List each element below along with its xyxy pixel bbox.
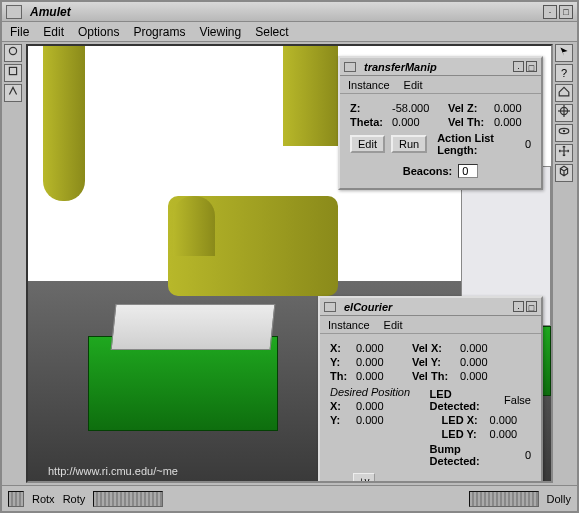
- velx-label: Vel X:: [412, 342, 454, 354]
- dolly-label: Dolly: [547, 493, 571, 505]
- th-value: 0.000: [356, 370, 406, 382]
- svg-point-6: [563, 130, 565, 132]
- transfermanip-titlebar[interactable]: transferManip ·□: [340, 58, 541, 76]
- transfermanip-body: Z: -58.000 Vel Z: 0.000 Theta: 0.000 Vel…: [340, 94, 541, 188]
- maximize-button[interactable]: □: [559, 5, 573, 19]
- robot-joint: [173, 196, 215, 256]
- statusbar: Rotx Roty Dolly: [2, 485, 577, 511]
- dx-label: X:: [330, 400, 350, 412]
- elcourier-window[interactable]: elCourier ·□ Instance Edit X: 0.000 Vel …: [318, 296, 543, 483]
- velth-label: Vel Th:: [448, 116, 488, 128]
- x-label: X:: [330, 342, 350, 354]
- ledy-value: 0.000: [490, 428, 518, 440]
- menu-edit[interactable]: Edit: [384, 319, 403, 331]
- transfermanip-menubar: Instance Edit: [340, 76, 541, 94]
- vely-value: 0.000: [460, 356, 488, 368]
- maximize-button[interactable]: □: [526, 301, 537, 312]
- transfermanip-window[interactable]: transferManip ·□ Instance Edit Z: -58.00…: [338, 56, 543, 190]
- run-button[interactable]: Run: [391, 135, 427, 153]
- menu-edit[interactable]: Edit: [43, 25, 64, 39]
- menu-instance[interactable]: Instance: [328, 319, 370, 331]
- joypad: +y -x 10 +x -y: [330, 473, 398, 483]
- elcourier-menubar: Instance Edit: [320, 316, 541, 334]
- menubar: File Edit Options Programs Viewing Selec…: [2, 22, 577, 42]
- bump-value: 0: [525, 449, 531, 461]
- led-value: False: [504, 394, 531, 406]
- robot-arm-left: [43, 46, 85, 201]
- desired-label: Desired Position: [330, 386, 424, 398]
- system-menu-icon[interactable]: [344, 62, 356, 72]
- led-group: LED Detected: False LED X:0.000 LED Y:0.…: [430, 386, 531, 469]
- velx-value: 0.000: [460, 342, 488, 354]
- rotx-label: Rotx: [32, 493, 55, 505]
- th-label: Th:: [330, 370, 350, 382]
- joy-up-button[interactable]: +y: [353, 473, 375, 483]
- theta-value: 0.000: [392, 116, 442, 128]
- x-value: 0.000: [356, 342, 406, 354]
- minimize-button[interactable]: ·: [513, 301, 524, 312]
- eye-tool-icon[interactable]: [555, 124, 573, 142]
- y-label: Y:: [330, 356, 350, 368]
- help-tool-icon[interactable]: ?: [555, 64, 573, 82]
- minimize-button[interactable]: ·: [513, 61, 524, 72]
- edit-button[interactable]: Edit: [350, 135, 385, 153]
- system-menu-icon[interactable]: [6, 5, 22, 19]
- desired-position-group: Desired Position X:0.000 Y:0.000: [330, 386, 424, 428]
- bump-label: Bump Detected:: [430, 443, 510, 467]
- transfermanip-title: transferManip: [360, 61, 513, 73]
- view-tool-icon[interactable]: [4, 64, 22, 82]
- velth-label: Vel Th:: [412, 370, 454, 382]
- menu-programs[interactable]: Programs: [133, 25, 185, 39]
- dolly-wheel[interactable]: [469, 491, 539, 507]
- hand-tool-icon[interactable]: [4, 84, 22, 102]
- z-label: Z:: [350, 102, 386, 114]
- arrow-tool-icon[interactable]: [555, 44, 573, 62]
- menu-select[interactable]: Select: [255, 25, 288, 39]
- menu-edit[interactable]: Edit: [404, 79, 423, 91]
- ledx-value: 0.000: [490, 414, 518, 426]
- main-window: Amulet · □ File Edit Options Programs Vi…: [0, 0, 579, 513]
- home-tool-icon[interactable]: [555, 84, 573, 102]
- minimize-button[interactable]: ·: [543, 5, 557, 19]
- elcourier-body: X: 0.000 Vel X: 0.000 Y: 0.000 Vel Y: 0.…: [320, 334, 541, 483]
- dx-value: 0.000: [356, 400, 384, 412]
- main-titlebar[interactable]: Amulet · □: [2, 2, 577, 22]
- beacons-label: Beacons:: [403, 165, 453, 177]
- watermark-url: http://www.ri.cmu.edu/~me: [48, 465, 178, 477]
- system-menu-icon[interactable]: [324, 302, 336, 312]
- menu-viewing[interactable]: Viewing: [199, 25, 241, 39]
- viewport-3d[interactable]: http://www.ri.cmu.edu/~me transferManip …: [26, 44, 553, 483]
- menu-instance[interactable]: Instance: [348, 79, 390, 91]
- all-value: 0: [525, 138, 531, 150]
- beacons-field[interactable]: 0: [458, 164, 478, 178]
- z-value: -58.000: [392, 102, 442, 114]
- app-title: Amulet: [26, 5, 543, 19]
- elcourier-titlebar[interactable]: elCourier ·□: [320, 298, 541, 316]
- menu-file[interactable]: File: [10, 25, 29, 39]
- all-label: Action List Length:: [437, 132, 519, 156]
- move-tool-icon[interactable]: [555, 144, 573, 162]
- ledy-label: LED Y:: [442, 428, 484, 440]
- menu-options[interactable]: Options: [78, 25, 119, 39]
- roty-label: Roty: [63, 493, 86, 505]
- vely-label: Vel Y:: [412, 356, 454, 368]
- platform: [111, 304, 276, 350]
- courier-base: [88, 336, 278, 431]
- theta-label: Theta:: [350, 116, 386, 128]
- led-label: LED Detected:: [430, 388, 489, 412]
- target-tool-icon[interactable]: [555, 104, 573, 122]
- roty-wheel[interactable]: [93, 491, 163, 507]
- velz-label: Vel Z:: [448, 102, 488, 114]
- cube-tool-icon[interactable]: [555, 164, 573, 182]
- svg-rect-1: [9, 67, 16, 74]
- dy-value: 0.000: [356, 414, 384, 426]
- pick-tool-icon[interactable]: [4, 44, 22, 62]
- left-toolbar: [4, 44, 24, 102]
- rotx-wheel[interactable]: [8, 491, 24, 507]
- dy-label: Y:: [330, 414, 350, 426]
- robot-column: [283, 46, 338, 146]
- ledx-label: LED X:: [442, 414, 484, 426]
- velz-value: 0.000: [494, 102, 522, 114]
- maximize-button[interactable]: □: [526, 61, 537, 72]
- svg-point-0: [9, 47, 16, 54]
